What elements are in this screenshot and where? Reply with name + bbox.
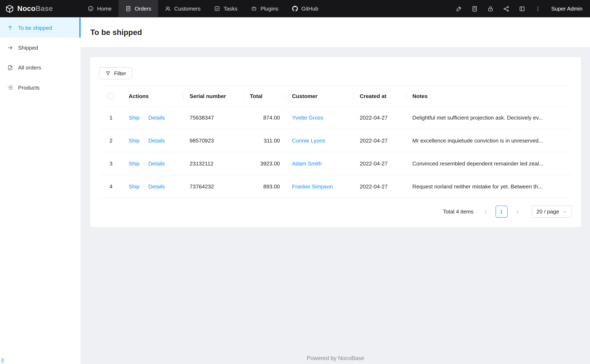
highlighter-icon bbox=[456, 5, 462, 12]
app-root: NocoBase Home Orders Customers Tasks Plu… bbox=[0, 0, 590, 364]
pagination-next-button[interactable] bbox=[511, 206, 523, 217]
top-navbar: NocoBase Home Orders Customers Tasks Plu… bbox=[0, 0, 590, 17]
filter-button-label: Filter bbox=[114, 70, 126, 76]
check-square-icon bbox=[214, 6, 220, 12]
notes-cell: Delightful met sufficient projection ask… bbox=[406, 106, 572, 129]
sidebar-item-to-be-shipped[interactable]: To be shipped bbox=[0, 18, 80, 37]
more-button[interactable] bbox=[530, 0, 546, 17]
action-divider bbox=[144, 184, 144, 189]
ship-action[interactable]: Ship bbox=[129, 137, 140, 143]
action-divider bbox=[144, 138, 144, 143]
lock-icon bbox=[488, 5, 494, 12]
filter-button[interactable]: Filter bbox=[99, 67, 132, 79]
github-icon bbox=[292, 6, 298, 12]
total-cell: 893.00 bbox=[244, 175, 286, 198]
pagination-total: Total 4 items bbox=[443, 209, 474, 215]
layout-icon bbox=[519, 5, 525, 12]
share-nodes-icon bbox=[503, 5, 510, 12]
nav-item-label: Plugins bbox=[260, 6, 278, 12]
row-index: 3 bbox=[110, 161, 113, 167]
nav-item-customers[interactable]: Customers bbox=[158, 0, 207, 17]
layout-button[interactable] bbox=[514, 0, 530, 17]
navbar-actions: Super Admin bbox=[451, 0, 590, 17]
sidebar-scrollbar-thumb[interactable] bbox=[1, 358, 4, 363]
table-header-row: Actions Serial number Total Customer Cre… bbox=[99, 86, 572, 106]
nav-item-home[interactable]: Home bbox=[81, 0, 119, 17]
sidebar-item-label: To be shipped bbox=[18, 25, 52, 31]
notes-cell: Convinced resembled dependent remainder … bbox=[406, 152, 572, 175]
robot-icon bbox=[251, 6, 257, 12]
user-menu[interactable]: Super Admin bbox=[546, 6, 585, 12]
chevron-down-icon bbox=[563, 209, 567, 214]
total-cell: 874.00 bbox=[244, 106, 286, 129]
pagination-prev-button[interactable] bbox=[480, 206, 491, 217]
column-header-total: Total bbox=[244, 86, 286, 106]
column-header-notes: Notes bbox=[406, 86, 572, 106]
details-action[interactable]: Details bbox=[148, 183, 165, 189]
page-title: To be shipped bbox=[90, 28, 142, 37]
customer-link[interactable]: Connie Lyons bbox=[292, 137, 325, 143]
share-button[interactable] bbox=[498, 0, 514, 17]
page-size-select[interactable]: 20 / page bbox=[531, 206, 572, 218]
nav-item-plugins[interactable]: Plugins bbox=[244, 0, 285, 17]
column-header-customer: Customer bbox=[286, 86, 354, 106]
sidebar-item-products[interactable]: Products bbox=[0, 77, 80, 97]
ship-action[interactable]: Ship bbox=[129, 115, 140, 121]
calculator-icon bbox=[471, 5, 478, 12]
details-action[interactable]: Details bbox=[148, 115, 165, 121]
row-index: 4 bbox=[110, 183, 113, 189]
page-header: To be shipped bbox=[81, 17, 590, 47]
sidebar: To be shipped Shipped All orders Product… bbox=[0, 17, 81, 364]
created-at-cell: 2022-04-27 bbox=[354, 106, 406, 129]
created-at-cell: 2022-04-27 bbox=[354, 175, 406, 198]
customer-link[interactable]: Yvette Gross bbox=[292, 115, 323, 121]
smiley-face-icon bbox=[88, 6, 94, 12]
lock-button[interactable] bbox=[483, 0, 498, 17]
notes-cell: Mr excellence inquietude conviction is i… bbox=[406, 129, 572, 152]
sidebar-item-label: Shipped bbox=[18, 45, 38, 51]
orders-table: Actions Serial number Total Customer Cre… bbox=[99, 86, 572, 198]
customer-link[interactable]: Frankie Simpson bbox=[292, 183, 333, 189]
nav-item-label: Home bbox=[97, 6, 112, 12]
list-icon bbox=[7, 84, 13, 90]
pagination: Total 4 items 1 20 / page bbox=[99, 206, 572, 218]
nocobase-logo-icon bbox=[5, 4, 14, 13]
customer-link[interactable]: Adam Smith bbox=[292, 161, 322, 167]
serial-cell: 73764232 bbox=[184, 175, 244, 198]
chevron-left-icon bbox=[483, 209, 488, 214]
created-at-cell: 2022-04-27 bbox=[354, 129, 406, 152]
nav-item-label: Orders bbox=[135, 6, 151, 12]
nav-item-tasks[interactable]: Tasks bbox=[207, 0, 244, 17]
created-at-cell: 2022-04-27 bbox=[354, 152, 406, 175]
sidebar-item-all-orders[interactable]: All orders bbox=[0, 58, 80, 77]
action-divider bbox=[144, 161, 144, 166]
total-cell: 3923.00 bbox=[244, 152, 286, 175]
nav-item-orders[interactable]: Orders bbox=[119, 0, 158, 17]
main-nav: Home Orders Customers Tasks Plugins GitH… bbox=[81, 0, 325, 17]
user-group-icon bbox=[165, 6, 171, 12]
calculator-button[interactable] bbox=[467, 0, 483, 17]
sidebar-item-shipped[interactable]: Shipped bbox=[0, 38, 80, 58]
arrow-up-icon bbox=[7, 25, 13, 31]
file-check-icon bbox=[7, 65, 13, 71]
table-row: 4 ShipDetails 73764232 893.00 Frankie Si… bbox=[99, 175, 572, 198]
pagination-page-button[interactable]: 1 bbox=[495, 206, 507, 218]
column-header-serial: Serial number bbox=[184, 86, 244, 106]
ship-action[interactable]: Ship bbox=[129, 161, 140, 167]
arrow-right-icon bbox=[7, 45, 13, 51]
main-content: To be shipped Filter Actions Serial numb… bbox=[81, 17, 590, 364]
brand-logo[interactable]: NocoBase bbox=[0, 0, 81, 17]
highlighter-button[interactable] bbox=[451, 0, 467, 17]
nav-item-label: Customers bbox=[174, 6, 201, 12]
details-action[interactable]: Details bbox=[148, 161, 165, 167]
more-vertical-icon bbox=[535, 5, 541, 12]
ship-action[interactable]: Ship bbox=[129, 183, 140, 189]
filter-icon bbox=[105, 71, 111, 76]
details-action[interactable]: Details bbox=[148, 137, 165, 143]
row-index: 2 bbox=[110, 137, 113, 143]
orders-card: Filter Actions Serial number Total Custo… bbox=[90, 57, 581, 227]
select-all-checkbox[interactable] bbox=[108, 93, 114, 99]
nav-item-github[interactable]: GitHub bbox=[285, 0, 325, 17]
serial-cell: 23132112 bbox=[184, 152, 244, 175]
column-header-actions: Actions bbox=[123, 86, 184, 106]
